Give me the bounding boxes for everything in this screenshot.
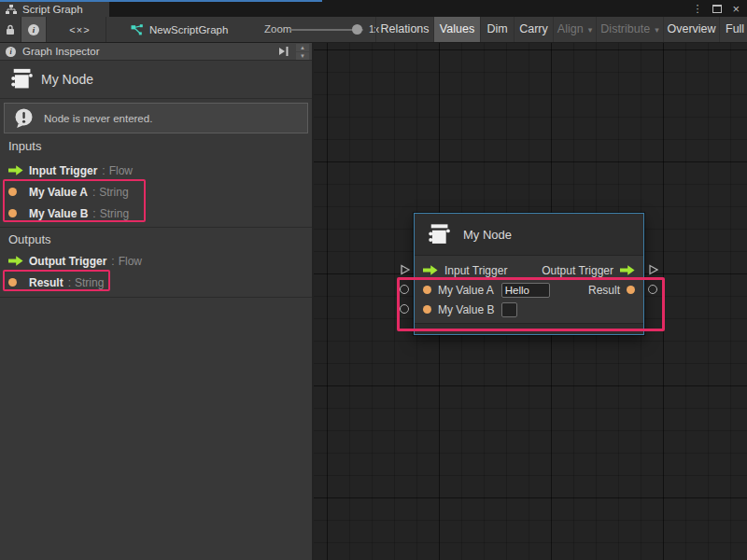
toolbar-button-overview[interactable]: Overview	[663, 17, 719, 42]
more-menu-icon[interactable]: ⋮	[692, 2, 702, 16]
tab-bar: Script Graph ⋮ ×	[0, 0, 747, 17]
info-icon: i	[28, 24, 39, 35]
section-divider	[0, 297, 312, 298]
dropdown-arrow-icon: ▾	[655, 25, 659, 35]
graph-inspector-panel: i Graph Inspector ▲ ▼ My Node	[0, 43, 314, 560]
flow-input-connector[interactable]	[400, 264, 411, 275]
tab-script-graph[interactable]: Script Graph	[0, 2, 109, 17]
step-down-button[interactable]: ▼	[296, 52, 309, 60]
zoom-label: Zoom	[264, 17, 291, 42]
lock-button[interactable]	[0, 17, 21, 42]
flow-port-icon	[8, 165, 25, 175]
dock-panel-icon[interactable]	[277, 46, 289, 57]
toolbar-button-values[interactable]: Values	[433, 17, 480, 42]
inputs-section-header: Inputs	[8, 139, 41, 153]
node-icon	[9, 67, 34, 91]
outputs-highlight-box	[3, 270, 110, 291]
node-values-highlight-box	[397, 277, 665, 331]
panel-stepper: ▲ ▼	[296, 44, 309, 60]
toolbar-button-dim[interactable]: Dim	[480, 17, 514, 42]
graph-inspector-header: i Graph Inspector ▲ ▼	[0, 43, 312, 61]
input-row-trigger: Input Trigger :Flow	[0, 160, 312, 181]
graph-asset-button[interactable]: NewScriptGraph	[123, 17, 235, 42]
output-trigger-label: Output Trigger	[542, 264, 613, 277]
panel-title: Graph Inspector	[22, 46, 99, 57]
script-graph-tab-icon	[6, 5, 17, 15]
window-controls: ⋮ ×	[692, 2, 740, 16]
port-type: :Flow	[102, 164, 133, 177]
port-name: Output Trigger	[29, 255, 106, 268]
tab-label: Script Graph	[22, 4, 83, 15]
close-icon[interactable]: ×	[732, 2, 740, 16]
toolbar-button-distribute[interactable]: Distribute▾	[596, 17, 663, 42]
inspector-toggle-button[interactable]: i	[21, 17, 47, 42]
flow-output-port-icon[interactable]	[620, 265, 635, 275]
section-divider	[0, 227, 312, 228]
flow-output-connector[interactable]	[648, 264, 659, 275]
port-type: :Flow	[111, 255, 142, 268]
node-title: My Node	[463, 228, 512, 242]
step-up-button[interactable]: ▲	[296, 44, 309, 51]
input-trigger-label: Input Trigger	[444, 264, 507, 277]
port-name: Input Trigger	[29, 164, 97, 177]
graph-toolbar: i <×> NewScriptGraph Zoom 1x Relations V…	[0, 17, 747, 43]
code-icon: <×>	[69, 24, 90, 35]
graph-canvas[interactable]: My Node Input Trigger Output Trigger	[314, 43, 747, 560]
info-icon: i	[6, 47, 16, 57]
script-graph-window: Script Graph ⋮ × i <×>	[0, 0, 747, 560]
maximize-icon[interactable]	[712, 5, 722, 13]
node-icon	[427, 223, 451, 245]
toolbar-button-align[interactable]: Align▾	[553, 17, 596, 42]
lock-icon	[6, 24, 15, 35]
zoom-slider-handle[interactable]	[352, 24, 362, 35]
graph-asset-name: NewScriptGraph	[149, 24, 228, 35]
graph-asset-icon	[131, 24, 143, 35]
code-view-button[interactable]: <×>	[54, 17, 106, 42]
toolbar-button-fullscreen[interactable]: Full S	[719, 17, 747, 42]
warning-message-box: Node is never entered.	[4, 103, 308, 133]
toolbar-button-relations[interactable]: Relations	[375, 17, 433, 42]
warning-bubble-icon	[13, 107, 35, 129]
inputs-highlight-box	[3, 179, 146, 222]
output-row-trigger: Output Trigger :Flow	[0, 250, 312, 272]
outputs-section-header: Outputs	[8, 232, 51, 246]
toolbar-button-carry[interactable]: Carry	[514, 17, 553, 42]
flow-input-port-icon[interactable]	[423, 265, 438, 275]
node-header[interactable]: My Node	[415, 214, 643, 256]
inspected-node-title: My Node	[41, 72, 93, 87]
flow-port-icon	[8, 256, 25, 266]
dropdown-arrow-icon: ▾	[588, 25, 593, 35]
section-divider	[0, 98, 312, 99]
warning-text: Node is never entered.	[44, 113, 152, 124]
